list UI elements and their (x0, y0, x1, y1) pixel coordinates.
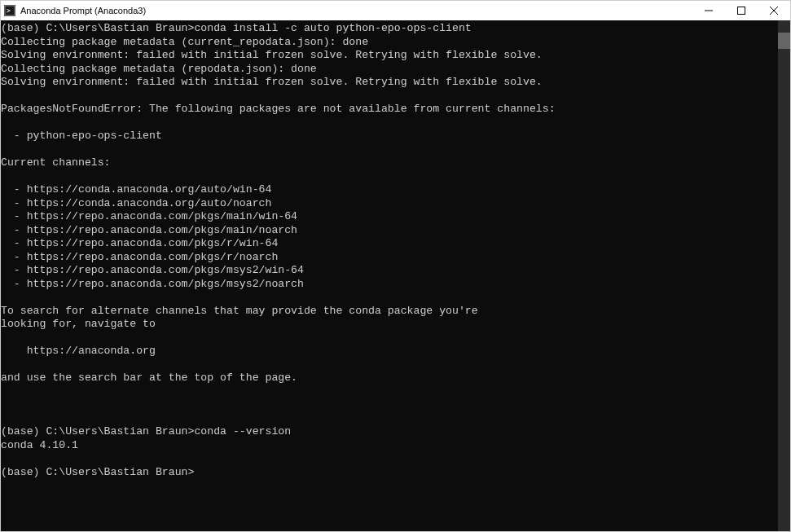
terminal-line (1, 291, 778, 305)
terminal-line: (base) C:\Users\Bastian Braun>conda --ve… (1, 425, 778, 439)
terminal-line (1, 398, 778, 412)
terminal-line (1, 385, 778, 399)
terminal-line: - https://repo.anaconda.com/pkgs/r/win-6… (1, 237, 778, 251)
terminal-line: Solving environment: failed with initial… (1, 49, 778, 63)
close-button[interactable] (758, 1, 790, 20)
terminal-line (1, 117, 778, 130)
terminal-line: - https://conda.anaconda.org/auto/noarch (1, 197, 778, 211)
scroll-down-arrow[interactable] (778, 519, 790, 531)
terminal-line: - https://repo.anaconda.com/pkgs/msys2/w… (1, 264, 778, 278)
terminal-line: conda 4.10.1 (1, 439, 778, 453)
maximize-button[interactable] (725, 1, 758, 20)
scrollbar[interactable] (778, 20, 790, 531)
terminal-line (1, 358, 778, 372)
terminal-line: Solving environment: failed with initial… (1, 76, 778, 90)
terminal-line: - https://repo.anaconda.com/pkgs/msys2/n… (1, 278, 778, 292)
terminal-line: - https://repo.anaconda.com/pkgs/main/no… (1, 224, 778, 238)
terminal-line: looking for, navigate to (1, 318, 778, 332)
terminal-line (1, 412, 778, 426)
terminal[interactable]: (base) C:\Users\Bastian Braun>conda inst… (1, 20, 778, 531)
scroll-up-arrow[interactable] (778, 20, 790, 33)
terminal-line (1, 90, 778, 103)
terminal-line (1, 452, 778, 466)
svg-rect-3 (738, 7, 745, 15)
terminal-line: To search for alternate channels that ma… (1, 305, 778, 319)
scrollbar-thumb[interactable] (778, 33, 790, 49)
terminal-line (1, 332, 778, 345)
titlebar-left: > Anaconda Prompt (Anaconda3) (4, 5, 146, 16)
terminal-line: (base) C:\Users\Bastian Braun>conda inst… (1, 22, 778, 36)
terminal-line (1, 170, 778, 184)
titlebar-buttons (692, 1, 790, 20)
terminal-line (1, 143, 778, 157)
terminal-line: Current channels: (1, 156, 778, 170)
terminal-line: and use the search bar at the top of the… (1, 372, 778, 385)
minimize-button[interactable] (692, 1, 725, 20)
window: > Anaconda Prompt (Anaconda3) (base) C:\… (0, 0, 791, 532)
window-title: Anaconda Prompt (Anaconda3) (20, 6, 146, 15)
terminal-line: - python-epo-ops-client (1, 130, 778, 143)
titlebar: > Anaconda Prompt (Anaconda3) (1, 1, 790, 20)
terminal-line: Collecting package metadata (current_rep… (1, 36, 778, 50)
terminal-line: Collecting package metadata (repodata.js… (1, 63, 778, 77)
terminal-line: https://anaconda.org (1, 345, 778, 358)
terminal-line: - https://conda.anaconda.org/auto/win-64 (1, 183, 778, 197)
svg-text:>: > (7, 7, 11, 15)
app-icon: > (4, 5, 15, 16)
terminal-line: - https://repo.anaconda.com/pkgs/main/wi… (1, 210, 778, 224)
terminal-line: - https://repo.anaconda.com/pkgs/r/noarc… (1, 251, 778, 265)
terminal-container: (base) C:\Users\Bastian Braun>conda inst… (1, 20, 790, 531)
terminal-line: (base) C:\Users\Bastian Braun> (1, 466, 778, 480)
terminal-line: PackagesNotFoundError: The following pac… (1, 103, 778, 117)
